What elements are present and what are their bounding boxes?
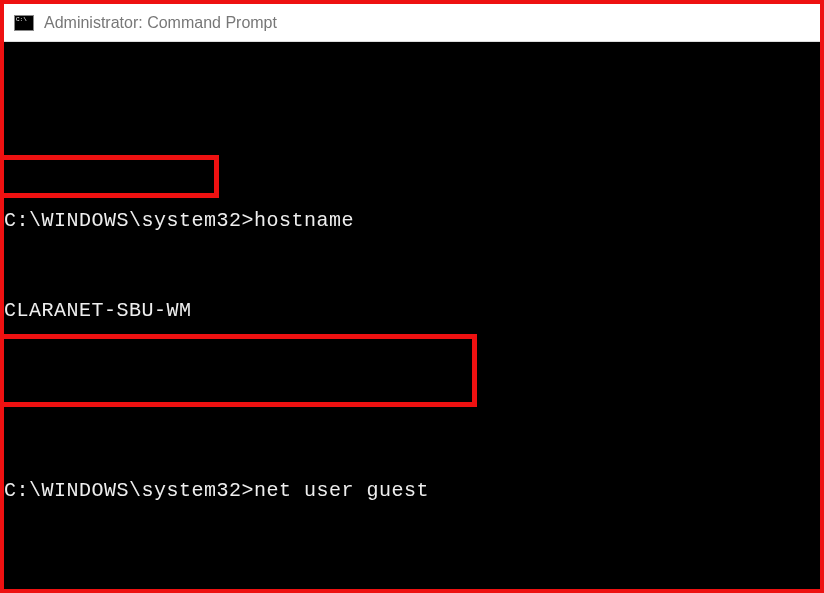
hostname-output: CLARANET-SBU-WM: [4, 299, 192, 322]
titlebar[interactable]: Administrator: Command Prompt: [4, 4, 820, 42]
prompt: C:\WINDOWS\system32>: [4, 209, 254, 232]
annotation-highlight-hostname: [4, 155, 219, 198]
cmd-netuser: net user guest: [254, 479, 429, 502]
cmd-icon: [14, 15, 34, 31]
cmd-hostname: hostname: [254, 209, 354, 232]
annotation-frame: Administrator: Command Prompt C:\WINDOWS…: [0, 0, 824, 593]
terminal-output[interactable]: C:\WINDOWS\system32>hostname CLARANET-SB…: [4, 42, 820, 589]
window-title: Administrator: Command Prompt: [44, 14, 277, 32]
prompt: C:\WINDOWS\system32>: [4, 479, 254, 502]
